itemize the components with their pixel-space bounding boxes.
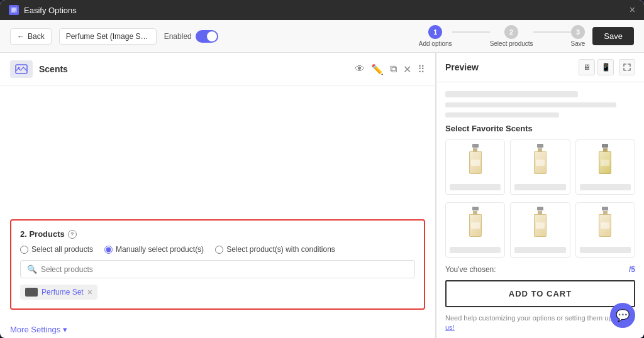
tag-product-name: Perfume Set [42,288,84,297]
main-content: Scents 👁 ✏️ ⧉ ✕ ⠿ 2. Products ? [0,53,644,338]
back-button[interactable]: ← Back [10,28,52,45]
step-3: 3 Save [571,25,586,47]
perfume-card-5[interactable] [510,202,570,258]
radio-conditions[interactable]: Select product(s) with conditions [215,245,335,254]
preview-header: Preview 🖥 📱 [436,53,644,82]
toggle-thumb [207,31,217,41]
product-search-input[interactable] [41,265,408,274]
chosen-max: /5 [629,265,635,274]
perfume-img-3 [596,144,614,182]
chosen-row: You've chosen: /5 [445,265,635,274]
left-panel: Scents 👁 ✏️ ⧉ ✕ ⠿ 2. Products ? [0,53,436,338]
section-icon [10,60,33,78]
section-title: Scents [39,64,348,74]
tag-remove-button[interactable]: × [87,287,92,297]
perfume-card-3[interactable] [575,139,635,195]
perfume-label-4 [450,247,501,253]
step-line-1 [452,31,490,33]
radio-conditions-input[interactable] [215,246,223,254]
app-icon [9,5,19,15]
back-icon: ← [17,32,25,41]
help-text-content: Need help customizing your options or se… [445,314,616,322]
perfume-card-2[interactable] [510,139,570,195]
step-3-circle: 3 [571,25,585,39]
steps-indicator: 1 Add options 2 Select products 3 Save [419,25,586,47]
perfume-label-6 [580,247,631,253]
breadcrumb-input[interactable]: Perfume Set (Image Sw… [59,28,157,45]
more-settings-toggle[interactable]: More Settings ▾ [0,317,435,338]
radio-manually-select-input[interactable] [104,246,113,254]
chosen-label: You've chosen: [445,265,496,274]
chat-bubble-button[interactable]: 💬 [610,303,635,328]
step-2-label: Select products [490,40,533,47]
scents-section-title: Select Favorite Scents [445,124,635,133]
content-space [0,86,435,212]
radio-select-all-input[interactable] [20,246,28,254]
add-to-cart-button[interactable]: ADD TO CART [445,280,635,307]
step-2-circle: 2 [504,25,518,39]
step-3-label: Save [571,40,586,47]
search-icon: 🔍 [27,264,37,274]
help-text: Need help customizing your options or se… [445,313,635,333]
section-actions: 👁 ✏️ ⧉ ✕ ⠿ [355,63,425,75]
product-search-box: 🔍 [20,260,415,278]
eye-icon[interactable]: 👁 [355,63,365,75]
modal-close-button[interactable]: × [630,5,635,15]
mobile-view-button[interactable]: 📱 [597,59,614,75]
products-section: 2. Products ? Select all products Manual… [10,219,425,310]
perfume-card-6[interactable] [575,202,635,258]
preview-title: Preview [445,62,574,72]
radio-select-all[interactable]: Select all products [20,245,93,254]
expand-preview-button[interactable] [619,59,635,75]
tag-product-icon [25,288,38,297]
title-bar: Easify Options × [0,0,644,20]
svg-point-2 [18,67,20,69]
more-settings-label: More Settings [10,325,60,334]
products-help-icon[interactable]: ? [68,230,77,239]
chosen-count: /5 [627,265,635,274]
enabled-toggle-group: Enabled [164,30,218,43]
save-button[interactable]: Save [592,27,634,45]
preview-content: Select Favorite Scents [436,82,644,338]
step-1: 1 Add options [419,25,452,47]
right-panel: Preview 🖥 📱 Select Favorite Scents [436,53,644,338]
perfume-label-1 [450,184,501,190]
perfume-label-2 [514,184,565,190]
preview-view-toggles: 🖥 📱 [579,59,614,75]
chevron-down-icon: ▾ [63,325,67,334]
skeleton-bar-3 [445,112,559,117]
toolbar: ← Back Perfume Set (Image Sw… Enabled 1 … [0,20,644,53]
perfume-img-5 [531,207,550,244]
enabled-toggle[interactable] [196,30,218,43]
perfume-img-6 [596,207,614,244]
perfume-grid-row1 [445,139,635,195]
products-title: 2. Products ? [20,229,415,239]
step-1-circle: 1 [428,25,442,39]
product-selection-options: Select all products Manually select prod… [20,245,415,254]
perfume-grid-row2 [445,202,635,258]
skeleton-bar-1 [445,91,578,97]
step-1-label: Add options [419,40,452,47]
step-line-2 [533,31,571,33]
perfume-card-1[interactable] [445,139,505,195]
perfume-img-2 [531,144,550,182]
section-header: Scents 👁 ✏️ ⧉ ✕ ⠿ [0,53,435,86]
enabled-label: Enabled [164,32,192,41]
perfume-img-4 [466,207,485,244]
selected-product-tag: Perfume Set × [20,285,97,300]
perfume-label-3 [580,184,631,190]
skeleton-bar-2 [445,102,616,107]
perfume-label-5 [514,247,565,253]
perfume-img-1 [466,144,485,182]
delete-icon[interactable]: ✕ [403,63,411,75]
radio-manually-select[interactable]: Manually select product(s) [104,245,204,254]
chat-icon: 💬 [616,308,630,322]
step-2: 2 Select products [490,25,533,47]
modal-container: Easify Options × ← Back Perfume Set (Ima… [0,0,644,338]
desktop-view-button[interactable]: 🖥 [579,59,595,75]
edit-icon[interactable]: ✏️ [371,63,384,75]
drag-icon[interactable]: ⠿ [418,63,425,75]
copy-icon[interactable]: ⧉ [390,63,397,75]
perfume-card-4[interactable] [445,202,505,258]
modal-title: Easify Options [24,6,77,15]
